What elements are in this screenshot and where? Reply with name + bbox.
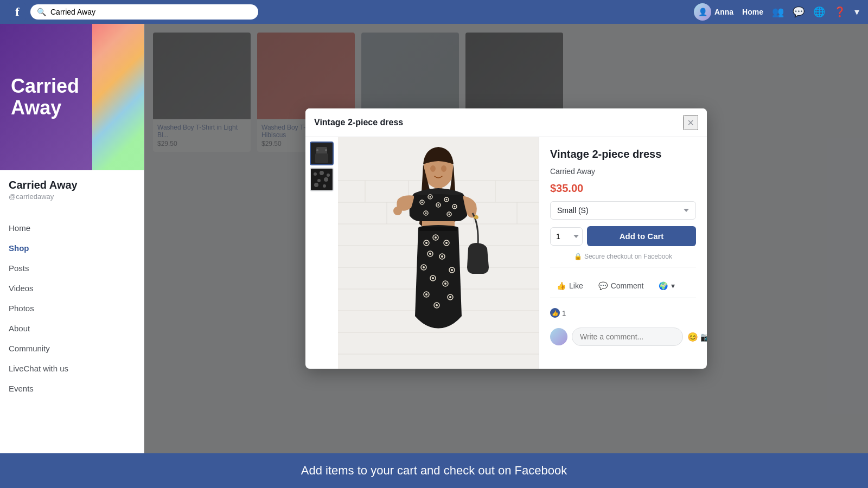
sidebar: Carried Away Carried Away @carriedaway H…: [0, 24, 144, 453]
sidebar-item-events[interactable]: Events: [0, 378, 144, 399]
nav-right-area: 👤 Anna Home 👥 💬 🌐 ❓ ▾: [694, 3, 859, 21]
reactions-bar: 👍 Like 💬 Comment 🌍 ▾: [550, 274, 696, 298]
page-name: Carried Away: [9, 179, 135, 191]
svg-point-46: [425, 213, 427, 214]
svg-point-7: [320, 171, 324, 175]
modal-title: Vintage 2-piece dress: [314, 118, 403, 127]
sidebar-item-community[interactable]: Community: [0, 338, 144, 358]
svg-point-33: [441, 165, 446, 172]
friends-icon[interactable]: 👥: [772, 6, 784, 18]
sidebar-item-livechat[interactable]: LiveChat with us: [0, 358, 144, 378]
svg-point-44: [454, 206, 456, 208]
size-dropdown[interactable]: Small (S) Medium (M) Large (L) XL: [550, 201, 696, 220]
sidebar-item-photos[interactable]: Photos: [0, 298, 144, 318]
modal-overlay[interactable]: Vintage 2-piece dress ×: [144, 24, 868, 453]
nav-user[interactable]: 👤 Anna: [694, 3, 733, 21]
messenger-icon[interactable]: 💬: [793, 6, 805, 18]
svg-point-57: [445, 242, 448, 244]
like-thumb-icon: 👍: [552, 310, 558, 316]
svg-point-32: [430, 165, 436, 172]
globe-icon[interactable]: 🌐: [813, 6, 825, 18]
sidebar-item-posts[interactable]: Posts: [0, 258, 144, 278]
top-navigation: f 🔍 👤 Anna Home 👥 💬 🌐 ❓ ▾: [0, 0, 868, 24]
sidebar-item-home[interactable]: Home: [0, 218, 144, 238]
nav-home-link[interactable]: Home: [742, 8, 763, 16]
bottom-bar-text: Add items to your cart and check out on …: [301, 464, 567, 478]
svg-point-4: [325, 149, 327, 151]
chevron-down-icon[interactable]: ▾: [854, 6, 859, 18]
comment-emoji-icons: 😊 📷 🎬 🏷️: [687, 332, 707, 342]
search-bar[interactable]: 🔍: [30, 4, 258, 20]
svg-point-71: [425, 293, 427, 296]
modal-right-panel: Vintage 2-piece dress Carried Away $35.0…: [539, 137, 707, 369]
like-count-row: 👍 1: [550, 305, 696, 321]
modal-close-button[interactable]: ×: [683, 115, 698, 130]
comment-button[interactable]: 💬 Comment: [592, 278, 650, 293]
search-icon: 🔍: [37, 8, 46, 16]
chevron-reaction-icon: ▾: [671, 281, 675, 290]
comment-input-field[interactable]: [572, 328, 683, 346]
svg-point-59: [429, 253, 431, 255]
cover-page-name: Carried Away: [11, 75, 81, 118]
svg-point-55: [435, 236, 437, 239]
commenter-avatar: [550, 328, 567, 345]
svg-point-48: [449, 214, 450, 215]
page-info: Carried Away @carriedaway: [0, 170, 144, 218]
modal-body: Vintage 2-piece dress Carried Away $35.0…: [305, 137, 707, 369]
modal-product-title: Vintage 2-piece dress: [550, 148, 696, 160]
modal-main-image: [338, 137, 539, 369]
quantity-dropdown[interactable]: 1 2 3: [550, 227, 583, 246]
page-body: Carried Away Carried Away @carriedaway H…: [0, 24, 868, 453]
camera-icon[interactable]: 📷: [700, 332, 707, 342]
svg-point-53: [425, 242, 427, 244]
svg-point-75: [436, 304, 438, 306]
sidebar-nav-menu: Home Shop Posts Videos Photos About Comm…: [0, 218, 144, 399]
sidebar-item-about[interactable]: About: [0, 318, 144, 338]
svg-point-12: [323, 184, 326, 188]
add-to-cart-button[interactable]: Add to Cart: [587, 226, 696, 246]
search-input[interactable]: [50, 8, 252, 16]
sidebar-item-shop[interactable]: Shop: [0, 238, 144, 258]
svg-point-11: [314, 183, 318, 187]
svg-point-42: [446, 199, 448, 201]
svg-point-73: [449, 296, 451, 298]
svg-point-36: [422, 202, 423, 203]
divider: [550, 267, 696, 267]
svg-point-69: [444, 282, 446, 285]
like-label: Like: [569, 281, 583, 290]
sidebar-item-videos[interactable]: Videos: [0, 278, 144, 298]
qty-add-row: 1 2 3 Add to Cart: [550, 226, 696, 246]
svg-rect-2: [315, 153, 328, 163]
thumbnail-2[interactable]: [310, 168, 334, 191]
modal-header: Vintage 2-piece dress ×: [305, 108, 707, 137]
share-reaction-button[interactable]: 🌍 ▾: [652, 278, 681, 293]
thumb-img-2: [311, 169, 333, 190]
svg-point-63: [423, 266, 425, 268]
bottom-bar: Add items to your cart and check out on …: [0, 453, 868, 488]
help-icon[interactable]: ❓: [834, 6, 846, 18]
svg-point-65: [451, 269, 453, 271]
cover-flowers-bg: [92, 24, 144, 170]
svg-point-3: [316, 149, 318, 151]
svg-point-49: [393, 207, 402, 215]
like-count-badge: 👍: [550, 308, 560, 318]
product-modal: Vintage 2-piece dress ×: [305, 108, 707, 369]
globe-reaction-icon: 🌍: [659, 281, 668, 290]
facebook-logo[interactable]: f: [9, 3, 26, 21]
modal-image-area: [305, 137, 539, 369]
like-button[interactable]: 👍 Like: [550, 278, 590, 293]
svg-point-9: [317, 179, 321, 182]
lock-icon: 🔒: [574, 253, 582, 260]
svg-rect-51: [419, 227, 457, 231]
main-content: Washed Boy T-Shirt in Light Bl... $29.50…: [144, 24, 868, 453]
emoji-icon[interactable]: 😊: [687, 332, 698, 342]
comment-label: Comment: [611, 281, 644, 290]
thumbnail-1[interactable]: [310, 142, 334, 165]
comment-icon: 💬: [598, 281, 608, 290]
secure-checkout-label: 🔒 Secure checkout on Facebook: [550, 253, 696, 260]
cover-purple-bg: Carried Away: [0, 24, 92, 170]
svg-point-8: [327, 174, 330, 177]
thumbnail-strip: [305, 137, 338, 369]
svg-point-40: [438, 204, 439, 206]
thumb-img-1: [311, 143, 333, 164]
